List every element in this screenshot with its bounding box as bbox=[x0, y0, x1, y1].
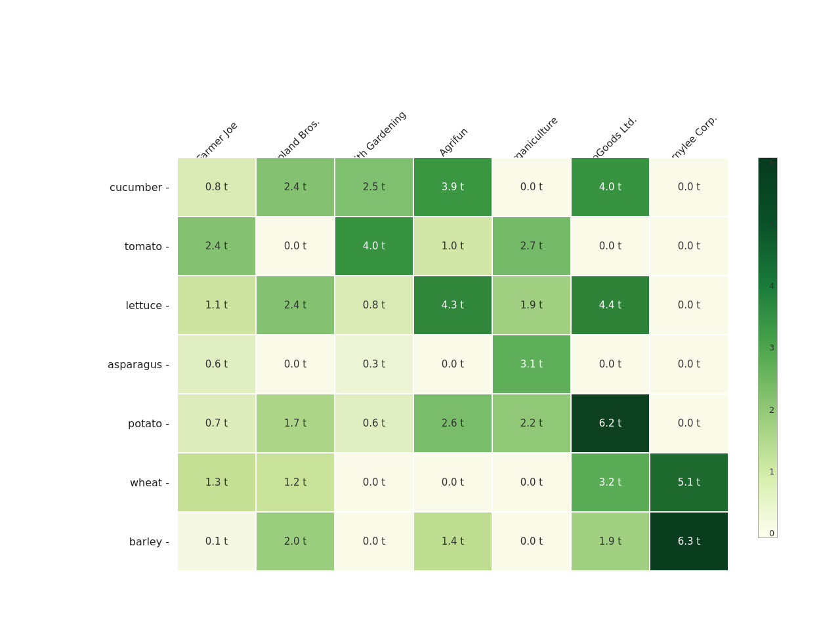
colorbar-tick-5: 5 bbox=[769, 219, 774, 229]
cell-4-0: 0.7 t bbox=[177, 394, 256, 453]
row-label-6: barley - bbox=[59, 512, 177, 571]
cell-2-4: 1.9 t bbox=[492, 276, 571, 335]
cell-2-0: 1.1 t bbox=[177, 276, 256, 335]
colorbar-tick-4: 4 bbox=[769, 281, 774, 291]
row-label-4: potato - bbox=[59, 394, 177, 453]
cell-0-2: 2.5 t bbox=[335, 158, 413, 217]
cell-4-1: 1.7 t bbox=[256, 394, 335, 453]
cell-3-4: 3.1 t bbox=[492, 335, 571, 394]
cell-3-0: 0.6 t bbox=[177, 335, 256, 394]
cell-6-2: 0.0 t bbox=[335, 512, 413, 571]
row-label-0: cucumber - bbox=[59, 158, 177, 217]
col-header-1: Upland Bros. bbox=[256, 26, 335, 158]
cell-0-3: 3.9 t bbox=[413, 158, 492, 217]
colorbar-ticks: 6543210 bbox=[769, 158, 774, 538]
cell-6-1: 2.0 t bbox=[256, 512, 335, 571]
col-header-text-3: Agrifun bbox=[436, 125, 470, 159]
cell-4-3: 2.6 t bbox=[413, 394, 492, 453]
cell-6-4: 0.0 t bbox=[492, 512, 571, 571]
col-header-0: Farmer Joe bbox=[177, 26, 256, 158]
cell-1-5: 0.0 t bbox=[571, 217, 650, 276]
cell-5-2: 0.0 t bbox=[335, 453, 413, 512]
cell-0-6: 0.0 t bbox=[650, 158, 728, 217]
colorbar-tick-3: 3 bbox=[769, 343, 774, 352]
cell-5-0: 1.3 t bbox=[177, 453, 256, 512]
cell-0-1: 2.4 t bbox=[256, 158, 335, 217]
colorbar-tick-0: 0 bbox=[769, 528, 774, 538]
col-header-4: Organiculture bbox=[492, 26, 571, 158]
row-label-2: lettuce - bbox=[59, 276, 177, 335]
cell-3-5: 0.0 t bbox=[571, 335, 650, 394]
cell-6-5: 1.9 t bbox=[571, 512, 650, 571]
row-labels: cucumber -tomato -lettuce -asparagus -po… bbox=[59, 158, 177, 571]
cell-1-6: 0.0 t bbox=[650, 217, 728, 276]
colorbar-gradient bbox=[758, 158, 778, 538]
row-label-5: wheat - bbox=[59, 453, 177, 512]
cell-2-1: 2.4 t bbox=[256, 276, 335, 335]
cell-2-3: 4.3 t bbox=[413, 276, 492, 335]
colorbar-tick-2: 2 bbox=[769, 405, 774, 415]
cell-3-1: 0.0 t bbox=[256, 335, 335, 394]
cell-0-5: 4.0 t bbox=[571, 158, 650, 217]
cell-5-3: 0.0 t bbox=[413, 453, 492, 512]
cell-4-2: 0.6 t bbox=[335, 394, 413, 453]
cell-4-5: 6.2 t bbox=[571, 394, 650, 453]
cell-0-0: 0.8 t bbox=[177, 158, 256, 217]
cell-4-6: 0.0 t bbox=[650, 394, 728, 453]
cell-5-6: 5.1 t bbox=[650, 453, 728, 512]
cell-2-6: 0.0 t bbox=[650, 276, 728, 335]
cell-0-4: 0.0 t bbox=[492, 158, 571, 217]
cell-4-4: 2.2 t bbox=[492, 394, 571, 453]
cell-1-1: 0.0 t bbox=[256, 217, 335, 276]
colorbar-container: 6543210 bbox=[748, 158, 788, 571]
row-label-3: asparagus - bbox=[59, 335, 177, 394]
cell-1-2: 4.0 t bbox=[335, 217, 413, 276]
cell-5-5: 3.2 t bbox=[571, 453, 650, 512]
heatmap-area: 0.8 t2.4 t2.5 t3.9 t0.0 t4.0 t0.0 t2.4 t… bbox=[177, 158, 728, 571]
cell-2-5: 4.4 t bbox=[571, 276, 650, 335]
cell-3-3: 0.0 t bbox=[413, 335, 492, 394]
heatmap-grid: 0.8 t2.4 t2.5 t3.9 t0.0 t4.0 t0.0 t2.4 t… bbox=[177, 158, 728, 571]
cell-3-2: 0.3 t bbox=[335, 335, 413, 394]
cell-6-3: 1.4 t bbox=[413, 512, 492, 571]
column-headers: Farmer JoeUpland Bros.Smith GardeningAgr… bbox=[177, 26, 728, 158]
col-header-3: Agrifun bbox=[413, 26, 492, 158]
cell-2-2: 0.8 t bbox=[335, 276, 413, 335]
col-header-5: BioGoods Ltd. bbox=[571, 26, 650, 158]
row-label-1: tomato - bbox=[59, 217, 177, 276]
colorbar-tick-6: 6 bbox=[769, 158, 774, 167]
cell-3-6: 0.0 t bbox=[650, 335, 728, 394]
cell-5-1: 1.2 t bbox=[256, 453, 335, 512]
colorbar-tick-1: 1 bbox=[769, 467, 774, 476]
col-header-2: Smith Gardening bbox=[335, 26, 413, 158]
cell-1-4: 2.7 t bbox=[492, 217, 571, 276]
cell-6-0: 0.1 t bbox=[177, 512, 256, 571]
cell-6-6: 6.3 t bbox=[650, 512, 728, 571]
cell-5-4: 0.0 t bbox=[492, 453, 571, 512]
cell-1-0: 2.4 t bbox=[177, 217, 256, 276]
cell-1-3: 1.0 t bbox=[413, 217, 492, 276]
chart-container: Farmer JoeUpland Bros.Smith GardeningAgr… bbox=[59, 26, 781, 604]
col-header-6: Cornylee Corp. bbox=[650, 26, 728, 158]
